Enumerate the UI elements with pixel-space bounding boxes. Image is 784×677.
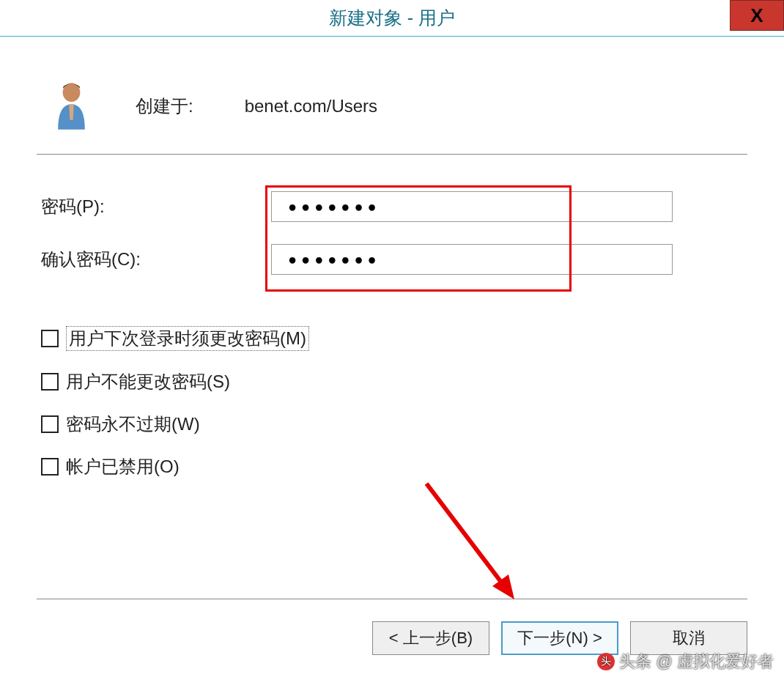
close-button[interactable]: X: [730, 0, 784, 31]
created-in-value: benet.com/Users: [245, 96, 377, 116]
close-icon: X: [750, 4, 763, 27]
confirm-password-row: 确认密码(C):: [37, 244, 747, 275]
titlebar: 新建对象 - 用户 X: [0, 0, 784, 37]
svg-line-1: [426, 484, 507, 590]
checkbox-icon: [41, 330, 59, 347]
watermark-logo-icon: 头: [597, 653, 615, 670]
password-row: 密码(P):: [37, 191, 747, 222]
checkbox-label: 用户不能更改密码(S): [66, 370, 230, 393]
watermark: 头 头条 @ 虚拟化爱好者: [597, 651, 774, 673]
checkbox-cannot-change-password[interactable]: 用户不能更改密码(S): [41, 370, 747, 393]
footer: < 上一步(B) 下一步(N) > 取消: [37, 599, 747, 655]
header-row: 创建于: benet.com/Users: [37, 66, 747, 154]
dialog-content: 创建于: benet.com/Users 密码(P): 确认密码(C): 用户下…: [0, 37, 784, 478]
form-area: 密码(P): 确认密码(C): 用户下次登录时须更改密码(M) 用户不能更改密码…: [37, 155, 747, 478]
watermark-text: 头条 @ 虚拟化爱好者: [619, 651, 774, 673]
checkbox-icon: [41, 415, 59, 433]
checkbox-label: 用户下次登录时须更改密码(M): [66, 326, 309, 351]
checkbox-change-password-next-logon[interactable]: 用户下次登录时须更改密码(M): [41, 326, 747, 351]
user-icon: [51, 81, 92, 132]
checkbox-icon: [41, 458, 59, 476]
confirm-password-label: 确认密码(C):: [37, 248, 271, 271]
checkbox-password-never-expires[interactable]: 密码永不过期(W): [41, 413, 747, 436]
checkbox-icon: [41, 373, 59, 391]
footer-divider: [37, 599, 747, 599]
password-label: 密码(P):: [37, 195, 271, 218]
back-button[interactable]: < 上一步(B): [372, 621, 489, 655]
confirm-password-input[interactable]: [271, 244, 673, 275]
checkbox-label: 帐户已禁用(O): [66, 455, 180, 478]
svg-marker-2: [492, 574, 514, 599]
checkbox-account-disabled[interactable]: 帐户已禁用(O): [41, 455, 747, 478]
window-title: 新建对象 - 用户: [329, 6, 455, 30]
created-in-label: 创建于:: [136, 95, 193, 118]
checkbox-label: 密码永不过期(W): [66, 413, 200, 436]
password-input[interactable]: [271, 191, 673, 222]
checkbox-group: 用户下次登录时须更改密码(M) 用户不能更改密码(S) 密码永不过期(W) 帐户…: [37, 297, 747, 478]
arrow-annotation: [412, 469, 544, 615]
